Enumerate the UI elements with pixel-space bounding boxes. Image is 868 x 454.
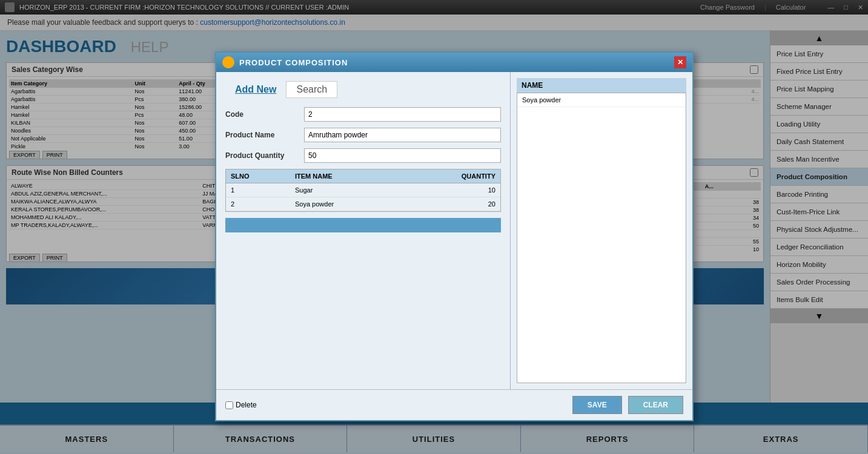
dialog-body: Add New Search Code Product Name Product… — [216, 72, 692, 389]
dialog-title: PRODUCT COMPOSITION — [239, 58, 348, 67]
name-list: Soya powder — [517, 93, 686, 383]
composition-cell: 1 — [226, 183, 290, 197]
composition-table-container: SLNO ITEM NAME QUANTITY 1Sugar102Soya po… — [225, 169, 501, 212]
dialog-right-panel: NAME Soya powder — [511, 72, 692, 389]
save-button[interactable]: SAVE — [572, 396, 622, 414]
col-item-name: ITEM NAME — [290, 169, 401, 183]
dialog-title-bar: PRODUCT COMPOSITION ✕ — [216, 53, 692, 72]
col-quantity: QUANTITY — [401, 169, 500, 183]
composition-cell: Soya powder — [290, 197, 401, 211]
product-name-label: Product Name — [225, 131, 304, 139]
product-composition-dialog: PRODUCT COMPOSITION ✕ Add New Search Cod… — [215, 51, 694, 421]
dialog-tabs: Add New Search — [225, 81, 501, 98]
dialog-close-btn[interactable]: ✕ — [674, 56, 686, 68]
composition-cell: 10 — [401, 183, 500, 197]
composition-cell: Sugar — [290, 183, 401, 197]
tab-add-new[interactable]: Add New — [225, 81, 286, 98]
product-name-row: Product Name — [225, 128, 501, 142]
code-row: Code — [225, 107, 501, 122]
product-qty-row: Product Quantity — [225, 148, 501, 163]
table-row[interactable]: 1Sugar10 — [226, 183, 500, 197]
code-input[interactable] — [304, 107, 501, 122]
dialog-footer: Delete SAVE CLEAR — [216, 389, 692, 420]
clear-button[interactable]: CLEAR — [628, 396, 683, 414]
code-label: Code — [225, 110, 304, 119]
delete-checkbox[interactable] — [225, 401, 233, 409]
dialog-left-panel: Add New Search Code Product Name Product… — [216, 72, 511, 389]
delete-check: Delete — [225, 401, 257, 409]
composition-table: SLNO ITEM NAME QUANTITY 1Sugar102Soya po… — [226, 169, 500, 211]
col-slno: SLNO — [226, 169, 290, 183]
table-row[interactable]: 2Soya powder20 — [226, 197, 500, 211]
selected-row-indicator — [225, 218, 501, 232]
delete-label: Delete — [236, 401, 257, 409]
product-qty-input[interactable] — [304, 148, 501, 163]
name-list-header: NAME — [517, 78, 686, 93]
product-qty-label: Product Quantity — [225, 151, 304, 160]
dialog-icon — [222, 56, 234, 68]
product-name-input[interactable] — [304, 128, 501, 142]
tab-search[interactable]: Search — [286, 81, 337, 98]
list-item[interactable]: Soya powder — [517, 93, 686, 107]
composition-cell: 20 — [401, 197, 500, 211]
composition-cell: 2 — [226, 197, 290, 211]
